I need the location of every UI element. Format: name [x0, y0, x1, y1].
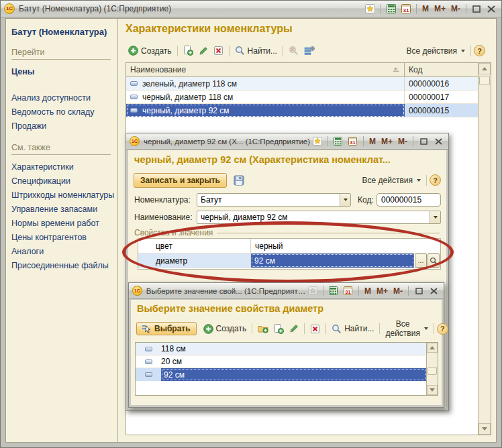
scroll-down-icon[interactable]	[479, 423, 491, 435]
list-settings-button[interactable]	[301, 44, 317, 57]
dialog2-heading: Выберите значение свойства диаметр	[137, 303, 436, 314]
sidebar-item-counterparty-prices[interactable]: Цены контрагентов	[11, 231, 111, 245]
memory-m-plus-button[interactable]: M+	[433, 3, 447, 14]
vertical-scrollbar[interactable]	[426, 343, 438, 395]
list-item-selected[interactable]: 92 см	[136, 368, 426, 381]
sidebar-item-availability[interactable]: Анализ доступности	[11, 91, 111, 105]
calendar-icon[interactable]: 31	[400, 3, 412, 15]
maximize-icon[interactable]	[413, 285, 425, 296]
sidebar-item-barcodes[interactable]: Штрихкоды номенклатуры	[11, 188, 111, 203]
sidebar-item-inventory[interactable]: Управление запасами	[11, 203, 111, 217]
close-icon[interactable]	[432, 135, 444, 147]
property-row[interactable]: цвет черный	[138, 239, 440, 254]
nomenclature-field[interactable]: Батут	[197, 193, 351, 207]
floppy-save-icon	[234, 175, 244, 186]
help-button[interactable]: ?	[474, 45, 485, 56]
calculator-icon[interactable]	[385, 3, 397, 15]
folder-plus-icon	[258, 324, 268, 333]
scroll-up-icon[interactable]	[479, 63, 491, 74]
nomenclature-label: Номенклатура:	[134, 195, 191, 205]
list-item[interactable]: 118 см	[136, 343, 426, 355]
separator	[363, 136, 364, 146]
sidebar-section-navigate: Перейти	[11, 48, 111, 60]
sidebar-item-characteristics[interactable]: Характеристики	[11, 160, 111, 174]
sidebar-item-sales[interactable]: Продажи	[11, 119, 111, 133]
values-list: 118 см 20 см 92 см	[135, 342, 438, 396]
all-actions-button[interactable]: Все действия	[383, 318, 430, 339]
column-header-name[interactable]: Наименование	[126, 63, 405, 76]
close-icon[interactable]	[485, 3, 497, 15]
save-button[interactable]	[231, 174, 247, 187]
edit-pencil-icon[interactable]	[287, 323, 301, 335]
memory-m-minus-button[interactable]: M-	[397, 136, 409, 147]
choose-button[interactable]: Выбрать	[136, 322, 197, 335]
copy-item-button[interactable]	[271, 323, 287, 335]
scroll-down-icon[interactable]	[427, 385, 438, 395]
select-value-dialog: 1С Выберите значение свой... (1С:Предпри…	[128, 282, 444, 408]
create-button[interactable]: Создать	[201, 323, 250, 335]
help-button[interactable]: ?	[437, 323, 448, 335]
table-row[interactable]: черный, диаметр 118 см 000000017	[126, 91, 478, 104]
copy-item-button[interactable]	[181, 44, 196, 57]
memory-m-plus-button[interactable]: M+	[380, 136, 394, 147]
separator	[328, 136, 328, 146]
page-title: Характеристики номенклатуры	[126, 23, 293, 35]
calendar-icon[interactable]: 31	[347, 135, 359, 147]
lookup-button[interactable]	[428, 254, 440, 268]
main-titlebar: 1С Батут (Номенклатура) (1С:Предприятие)…	[1, 1, 501, 17]
calendar-icon[interactable]: 31	[342, 285, 354, 296]
memory-m-button[interactable]: M	[421, 3, 430, 14]
chevron-down-icon	[424, 327, 428, 330]
scrollbar-thumb[interactable]	[428, 367, 437, 375]
property-row-selected[interactable]: диаметр 92 см ...	[138, 254, 440, 268]
find-button[interactable]: Найти...	[329, 323, 376, 335]
help-button[interactable]: ?	[430, 174, 441, 186]
all-actions-button[interactable]: Все действия	[404, 45, 468, 57]
memory-m-button[interactable]: M	[363, 286, 372, 296]
sidebar-item-warehouse-sheet[interactable]: Ведомость по складу	[11, 105, 111, 119]
item-icon	[145, 372, 152, 377]
name-label: Наименование:	[134, 213, 193, 222]
sidebar-item-work-time[interactable]: Нормы времени работ	[11, 217, 111, 231]
dropdown-arrow-icon[interactable]	[430, 211, 440, 223]
dropdown-arrow-icon[interactable]	[340, 194, 350, 206]
maximize-icon[interactable]	[470, 3, 483, 15]
list-item[interactable]: 20 см	[136, 355, 426, 368]
ellipsis-button[interactable]: ...	[415, 254, 427, 268]
memory-m-minus-button[interactable]: M-	[450, 3, 462, 14]
find-button[interactable]: Найти...	[232, 44, 280, 57]
table-row[interactable]: зеленый, диаметр 118 см 000000016	[126, 77, 478, 91]
save-and-close-button[interactable]: Записать и закрыть	[134, 173, 227, 188]
delete-mark-button[interactable]	[307, 323, 323, 335]
edit-pencil-icon[interactable]	[196, 45, 211, 57]
create-button[interactable]: Создать	[126, 44, 174, 57]
cancel-search-button-disabled	[286, 44, 301, 57]
item-icon	[145, 359, 152, 364]
vertical-scrollbar[interactable]	[478, 63, 491, 435]
sidebar-item-specifications[interactable]: Спецификации	[11, 174, 111, 188]
sidebar-item-attached-files[interactable]: Присоединенные файлы	[11, 259, 111, 273]
maximize-icon[interactable]	[417, 135, 430, 147]
memory-m-button[interactable]: M	[368, 136, 377, 147]
calculator-icon[interactable]	[332, 135, 344, 147]
close-icon[interactable]	[428, 285, 440, 296]
name-field[interactable]: черный, диаметр 92 см	[197, 211, 441, 224]
memory-m-plus-button[interactable]: M+	[375, 286, 389, 296]
sidebar-item-analogs[interactable]: Аналоги	[11, 245, 111, 259]
table-row-selected[interactable]: черный, диаметр 92 см 000000015	[126, 104, 478, 117]
favorites-star-icon[interactable]	[364, 3, 376, 15]
separator	[381, 4, 381, 14]
calculator-icon[interactable]	[328, 285, 340, 296]
column-header-code[interactable]: Код	[405, 63, 478, 76]
all-actions-button[interactable]: Все действия	[360, 174, 423, 186]
create-group-button[interactable]	[255, 323, 271, 335]
delete-mark-button[interactable]	[211, 44, 226, 57]
favorites-star-icon[interactable]	[311, 135, 323, 147]
scrollbar-thumb[interactable]	[479, 76, 490, 85]
property-value-input[interactable]: 92 см	[251, 254, 414, 268]
sidebar-item-prices[interactable]: Цены	[11, 65, 111, 79]
code-field[interactable]: 000000015	[376, 193, 441, 207]
scroll-up-icon[interactable]	[427, 343, 438, 353]
memory-m-minus-button[interactable]: M-	[392, 286, 404, 296]
list-settings-icon	[304, 46, 315, 56]
